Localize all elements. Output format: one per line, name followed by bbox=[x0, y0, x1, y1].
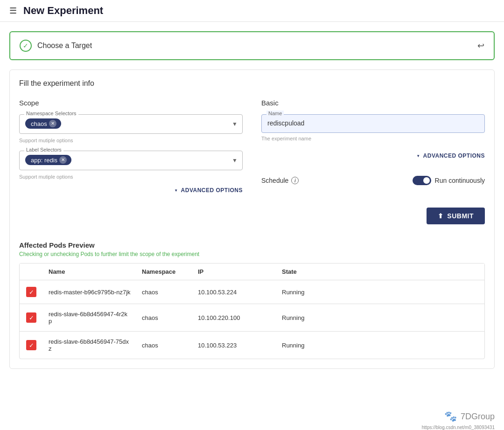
watermark-text: 7DGroup bbox=[461, 412, 495, 422]
namespace-dropdown-icon[interactable]: ▼ bbox=[232, 121, 238, 127]
row3-checkbox[interactable]: ✓ bbox=[26, 340, 36, 350]
table-row: ✓ redis-slave-6b8d456947-4r2kp chaos 10.… bbox=[20, 304, 484, 332]
col-namespace: Namespace bbox=[136, 268, 192, 275]
target-card-left: ✓ Choose a Target bbox=[20, 40, 92, 52]
col-state: State bbox=[276, 268, 332, 275]
schedule-text: Schedule bbox=[261, 177, 288, 184]
col-ip: IP bbox=[192, 268, 276, 275]
namespace-support-text: Support mutiple options bbox=[19, 138, 243, 143]
table-row: ✓ redis-master-b96c9795b-nz7jk chaos 10.… bbox=[20, 280, 484, 304]
col-name: Name bbox=[43, 268, 136, 275]
undo-icon[interactable]: ↩ bbox=[477, 41, 484, 51]
row2-checkbox-cell: ✓ bbox=[20, 312, 43, 323]
name-field[interactable]: Name bbox=[261, 114, 485, 133]
basic-advanced-triangle: ▼ bbox=[416, 154, 420, 158]
row2-ip: 10.100.220.100 bbox=[192, 314, 276, 321]
label-dropdown-icon[interactable]: ▼ bbox=[232, 157, 238, 164]
schedule-label: Schedule i bbox=[261, 177, 299, 184]
basic-advanced-options[interactable]: ▼ ADVANCED OPTIONS bbox=[416, 153, 485, 159]
run-continuously-toggle[interactable] bbox=[413, 176, 431, 185]
name-legend: Name bbox=[266, 111, 284, 116]
content: ✓ Choose a Target ↩ Fill the experiment … bbox=[0, 22, 504, 378]
label-support-text: Support mutiple options bbox=[19, 174, 243, 180]
namespace-tag-chaos[interactable]: chaos ✕ bbox=[25, 118, 61, 129]
namespace-selectors-field[interactable]: Namespace Selectors chaos ✕ ▼ bbox=[19, 114, 243, 134]
schedule-section: Schedule i Run continuously bbox=[261, 176, 485, 185]
target-label: Choose a Target bbox=[37, 42, 92, 50]
label-tag-text: app: redis bbox=[31, 157, 57, 164]
schedule-row: Schedule i Run continuously bbox=[261, 176, 485, 185]
row1-state: Running bbox=[276, 289, 332, 296]
scope-advanced-label: ADVANCED OPTIONS bbox=[181, 187, 243, 194]
pods-table: Name Namespace IP State ✓ redis-master-b… bbox=[19, 263, 485, 359]
col-checkbox bbox=[20, 268, 43, 275]
namespace-field-content: chaos ✕ bbox=[25, 118, 237, 129]
two-col-layout: Scope Namespace Selectors chaos ✕ ▼ Supp… bbox=[19, 99, 485, 224]
scope-advanced-triangle: ▼ bbox=[174, 188, 178, 193]
row2-state: Running bbox=[276, 314, 332, 321]
row3-ip: 10.100.53.223 bbox=[192, 342, 276, 349]
toggle-run-continuously[interactable]: Run continuously bbox=[413, 176, 485, 185]
row1-checkbox-cell: ✓ bbox=[20, 287, 43, 297]
basic-title: Basic bbox=[261, 99, 485, 107]
run-continuously-label: Run continuously bbox=[435, 177, 485, 184]
target-card: ✓ Choose a Target ↩ bbox=[9, 31, 495, 60]
row1-namespace: chaos bbox=[136, 289, 192, 296]
row1-ip: 10.100.53.224 bbox=[192, 289, 276, 296]
pods-section: Affected Pods Preview Checking or unchec… bbox=[19, 241, 485, 359]
experiment-name-hint: The experiment name bbox=[261, 136, 485, 141]
label-selectors-field[interactable]: Label Selectors app: redis ✕ ▼ bbox=[19, 151, 243, 170]
table-row: ✓ redis-slave-6b8d456947-75dxz chaos 10.… bbox=[20, 332, 484, 359]
scope-advanced-row: ▼ ADVANCED OPTIONS bbox=[19, 187, 243, 194]
submit-label: SUBMIT bbox=[447, 212, 474, 220]
submit-icon: ⬆ bbox=[438, 212, 444, 220]
scope-section: Scope Namespace Selectors chaos ✕ ▼ Supp… bbox=[19, 99, 243, 224]
namespace-tag-text: chaos bbox=[31, 120, 47, 127]
namespace-tag-close[interactable]: ✕ bbox=[49, 120, 56, 127]
label-legend: Label Selectors bbox=[24, 147, 63, 153]
form-title: Fill the experiment info bbox=[19, 79, 485, 88]
label-tag-redis[interactable]: app: redis ✕ bbox=[25, 155, 71, 165]
watermark: 🐾 7DGroup bbox=[444, 410, 495, 423]
menu-icon[interactable]: ☰ bbox=[9, 6, 17, 16]
row3-namespace: chaos bbox=[136, 342, 192, 349]
pods-title: Affected Pods Preview bbox=[19, 241, 485, 249]
watermark-url: https://blog.csdn.net/m0_38093431 bbox=[422, 425, 495, 430]
row2-name: redis-slave-6b8d456947-4r2kp bbox=[43, 311, 136, 325]
row2-namespace: chaos bbox=[136, 314, 192, 321]
form-card: Fill the experiment info Scope Namespace… bbox=[9, 69, 495, 369]
basic-section: Basic Name The experiment name ▼ ADVANCE… bbox=[261, 99, 485, 224]
basic-advanced-label: ADVANCED OPTIONS bbox=[423, 153, 485, 159]
namespace-legend: Namespace Selectors bbox=[24, 111, 78, 116]
label-tag-close[interactable]: ✕ bbox=[59, 156, 67, 164]
scope-title: Scope bbox=[19, 99, 243, 107]
schedule-info-icon[interactable]: i bbox=[291, 177, 299, 184]
row2-checkbox[interactable]: ✓ bbox=[26, 312, 36, 323]
row3-name: redis-slave-6b8d456947-75dxz bbox=[43, 338, 136, 352]
row3-state: Running bbox=[276, 342, 332, 349]
page-title: New Experiment bbox=[23, 5, 103, 17]
label-field-content: app: redis ✕ bbox=[25, 155, 237, 165]
header: ☰ New Experiment bbox=[0, 0, 504, 22]
row1-name: redis-master-b96c9795b-nz7jk bbox=[43, 289, 136, 296]
table-header: Name Namespace IP State bbox=[20, 264, 484, 280]
check-circle-icon: ✓ bbox=[20, 40, 32, 52]
row1-checkbox[interactable]: ✓ bbox=[26, 287, 36, 297]
row3-checkbox-cell: ✓ bbox=[20, 340, 43, 350]
pods-subtitle: Checking or unchecking Pods to further l… bbox=[19, 251, 485, 257]
watermark-logo: 🐾 bbox=[444, 410, 457, 423]
scope-advanced-options[interactable]: ▼ ADVANCED OPTIONS bbox=[174, 187, 243, 194]
experiment-name-input[interactable] bbox=[267, 118, 479, 128]
submit-button[interactable]: ⬆ SUBMIT bbox=[427, 208, 485, 224]
